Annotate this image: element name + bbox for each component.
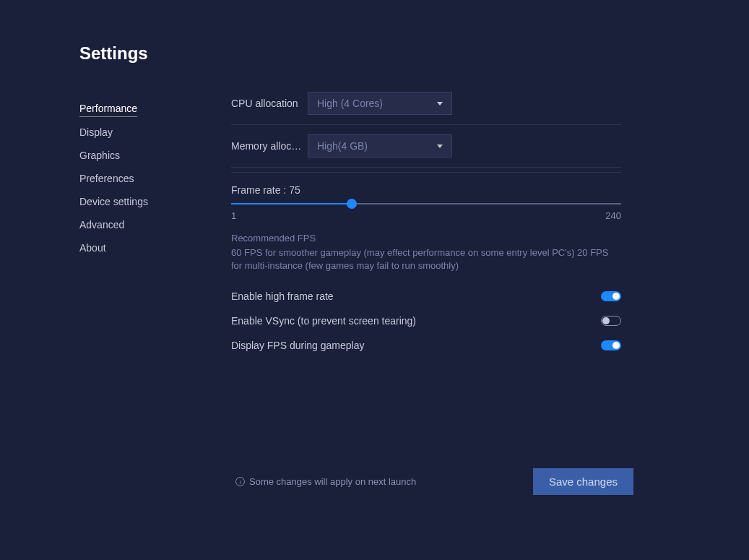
sidebar-item-display[interactable]: Display: [79, 121, 231, 144]
page-title: Settings: [79, 43, 231, 64]
cpu-allocation-label: CPU allocation: [231, 98, 308, 109]
slider-thumb[interactable]: [347, 199, 357, 209]
frame-rate-label: Frame rate : 75: [231, 184, 621, 196]
sidebar-item-preferences[interactable]: Preferences: [79, 167, 231, 190]
cpu-allocation-value: High (4 Cores): [317, 98, 383, 109]
memory-allocation-value: High(4 GB): [317, 140, 368, 152]
toggle-dot: [602, 317, 610, 324]
toggle-dot: [612, 293, 620, 300]
recommended-fps-title: Recommended FPS: [231, 233, 621, 244]
enable-vsync-label: Enable VSync (to prevent screen tearing): [231, 315, 416, 327]
recommended-fps-text: 60 FPS for smoother gameplay (may effect…: [231, 246, 621, 272]
sidebar-nav: Performance Display Graphics Preferences…: [79, 97, 231, 259]
sidebar-item-performance[interactable]: Performance: [79, 97, 137, 117]
memory-allocation-select[interactable]: High(4 GB): [308, 134, 452, 158]
enable-high-frame-rate-toggle[interactable]: [601, 291, 621, 301]
display-fps-label: Display FPS during gameplay: [231, 340, 364, 351]
footer-note-text: Some changes will apply on next launch: [249, 476, 416, 487]
slider-fill: [231, 203, 352, 204]
chevron-down-icon: [437, 145, 443, 148]
toggle-dot: [612, 342, 620, 349]
sidebar-item-graphics[interactable]: Graphics: [79, 144, 231, 167]
memory-allocation-label: Memory alloc…: [231, 140, 308, 152]
frame-rate-slider[interactable]: [231, 203, 621, 204]
footer-note: i Some changes will apply on next launch: [235, 476, 416, 487]
frame-rate-min: 1: [231, 210, 236, 221]
chevron-down-icon: [437, 102, 443, 105]
enable-high-frame-rate-label: Enable high frame rate: [231, 290, 334, 302]
sidebar-item-device-settings[interactable]: Device settings: [79, 190, 231, 213]
info-icon: i: [235, 477, 245, 486]
cpu-allocation-select[interactable]: High (4 Cores): [308, 92, 452, 115]
sidebar-item-about[interactable]: About: [79, 236, 231, 259]
sidebar-item-advanced[interactable]: Advanced: [79, 213, 231, 236]
enable-vsync-toggle[interactable]: [601, 316, 621, 326]
save-changes-button[interactable]: Save changes: [533, 468, 633, 495]
frame-rate-max: 240: [605, 210, 621, 221]
display-fps-toggle[interactable]: [601, 340, 621, 350]
